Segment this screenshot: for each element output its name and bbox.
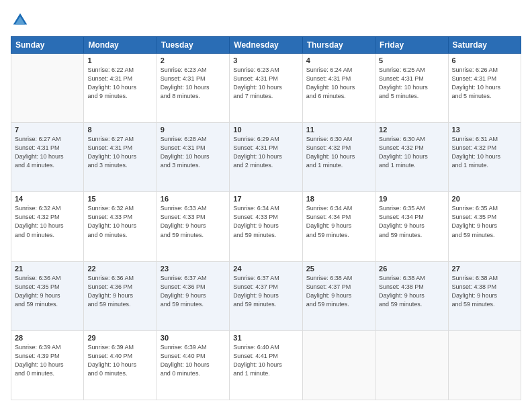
logo: [11, 11, 32, 30]
day-number: 26: [379, 265, 444, 273]
week-row-2: 14Sunrise: 6:32 AMSunset: 4:32 PMDayligh…: [11, 192, 521, 261]
day-info: Sunrise: 6:40 AMSunset: 4:41 PMDaylight:…: [233, 343, 298, 378]
day-info: Sunrise: 6:25 AMSunset: 4:31 PMDaylight:…: [379, 66, 444, 101]
day-info: Sunrise: 6:36 AMSunset: 4:35 PMDaylight:…: [15, 274, 80, 309]
week-row-1: 7Sunrise: 6:27 AMSunset: 4:31 PMDaylight…: [11, 123, 521, 192]
calendar-cell: 18Sunrise: 6:34 AMSunset: 4:34 PMDayligh…: [302, 192, 375, 261]
day-info: Sunrise: 6:32 AMSunset: 4:33 PMDaylight:…: [87, 204, 152, 239]
day-info: Sunrise: 6:28 AMSunset: 4:31 PMDaylight:…: [161, 135, 226, 170]
calendar-cell: 30Sunrise: 6:39 AMSunset: 4:40 PMDayligh…: [157, 330, 229, 400]
calendar-cell: 12Sunrise: 6:30 AMSunset: 4:32 PMDayligh…: [375, 123, 448, 192]
day-info: Sunrise: 6:35 AMSunset: 4:35 PMDaylight:…: [452, 204, 517, 239]
day-number: 11: [306, 126, 371, 134]
week-row-3: 21Sunrise: 6:36 AMSunset: 4:35 PMDayligh…: [11, 261, 521, 330]
day-info: Sunrise: 6:38 AMSunset: 4:38 PMDaylight:…: [452, 274, 517, 309]
day-number: 16: [161, 195, 226, 203]
calendar-cell: 2Sunrise: 6:23 AMSunset: 4:31 PMDaylight…: [157, 54, 229, 123]
calendar-cell: 9Sunrise: 6:28 AMSunset: 4:31 PMDaylight…: [157, 123, 229, 192]
weekday-tuesday: Tuesday: [157, 37, 229, 54]
day-number: 10: [233, 126, 298, 134]
week-row-4: 28Sunrise: 6:39 AMSunset: 4:39 PMDayligh…: [11, 330, 521, 400]
day-info: Sunrise: 6:37 AMSunset: 4:37 PMDaylight:…: [233, 274, 298, 309]
day-number: 21: [15, 265, 80, 273]
calendar-cell: 19Sunrise: 6:35 AMSunset: 4:34 PMDayligh…: [375, 192, 448, 261]
day-number: 23: [161, 265, 226, 273]
calendar-cell: 10Sunrise: 6:29 AMSunset: 4:31 PMDayligh…: [230, 123, 302, 192]
calendar-cell: [375, 330, 448, 400]
calendar-cell: 24Sunrise: 6:37 AMSunset: 4:37 PMDayligh…: [230, 261, 302, 330]
day-info: Sunrise: 6:35 AMSunset: 4:34 PMDaylight:…: [379, 204, 444, 239]
calendar-cell: 27Sunrise: 6:38 AMSunset: 4:38 PMDayligh…: [448, 261, 521, 330]
calendar-cell: 28Sunrise: 6:39 AMSunset: 4:39 PMDayligh…: [11, 330, 84, 400]
calendar-cell: 6Sunrise: 6:26 AMSunset: 4:31 PMDaylight…: [448, 54, 521, 123]
day-info: Sunrise: 6:39 AMSunset: 4:39 PMDaylight:…: [15, 343, 80, 378]
calendar-cell: 7Sunrise: 6:27 AMSunset: 4:31 PMDaylight…: [11, 123, 84, 192]
weekday-friday: Friday: [375, 37, 448, 54]
day-info: Sunrise: 6:37 AMSunset: 4:36 PMDaylight:…: [161, 274, 226, 309]
calendar-cell: 1Sunrise: 6:22 AMSunset: 4:31 PMDaylight…: [84, 54, 157, 123]
day-number: 12: [379, 126, 444, 134]
calendar-cell: 31Sunrise: 6:40 AMSunset: 4:41 PMDayligh…: [230, 330, 302, 400]
day-info: Sunrise: 6:29 AMSunset: 4:31 PMDaylight:…: [233, 135, 298, 170]
day-number: 2: [161, 56, 226, 64]
calendar: SundayMondayTuesdayWednesdayThursdayFrid…: [11, 36, 521, 400]
day-info: Sunrise: 6:34 AMSunset: 4:33 PMDaylight:…: [233, 204, 298, 239]
day-number: 25: [306, 265, 371, 273]
calendar-cell: 3Sunrise: 6:23 AMSunset: 4:31 PMDaylight…: [230, 54, 302, 123]
day-number: 5: [379, 56, 444, 64]
day-number: 14: [15, 195, 80, 203]
day-info: Sunrise: 6:24 AMSunset: 4:31 PMDaylight:…: [306, 66, 371, 101]
calendar-cell: 5Sunrise: 6:25 AMSunset: 4:31 PMDaylight…: [375, 54, 448, 123]
day-number: 6: [452, 56, 517, 64]
day-info: Sunrise: 6:38 AMSunset: 4:38 PMDaylight:…: [379, 274, 444, 309]
week-row-0: 1Sunrise: 6:22 AMSunset: 4:31 PMDaylight…: [11, 54, 521, 123]
weekday-sunday: Sunday: [11, 37, 84, 54]
day-info: Sunrise: 6:30 AMSunset: 4:32 PMDaylight:…: [379, 135, 444, 170]
day-number: 13: [452, 126, 517, 134]
day-number: 15: [87, 195, 152, 203]
day-info: Sunrise: 6:27 AMSunset: 4:31 PMDaylight:…: [15, 135, 80, 170]
calendar-cell: 29Sunrise: 6:39 AMSunset: 4:40 PMDayligh…: [84, 330, 157, 400]
calendar-cell: 23Sunrise: 6:37 AMSunset: 4:36 PMDayligh…: [157, 261, 229, 330]
day-number: 3: [233, 56, 298, 64]
day-number: 31: [233, 334, 298, 342]
day-number: 30: [161, 334, 226, 342]
day-info: Sunrise: 6:26 AMSunset: 4:31 PMDaylight:…: [452, 66, 517, 101]
calendar-cell: 26Sunrise: 6:38 AMSunset: 4:38 PMDayligh…: [375, 261, 448, 330]
day-info: Sunrise: 6:36 AMSunset: 4:36 PMDaylight:…: [87, 274, 152, 309]
logo-icon: [11, 11, 30, 30]
day-info: Sunrise: 6:39 AMSunset: 4:40 PMDaylight:…: [161, 343, 226, 378]
day-info: Sunrise: 6:31 AMSunset: 4:32 PMDaylight:…: [452, 135, 517, 170]
day-info: Sunrise: 6:32 AMSunset: 4:32 PMDaylight:…: [15, 204, 80, 239]
calendar-cell: 15Sunrise: 6:32 AMSunset: 4:33 PMDayligh…: [84, 192, 157, 261]
day-number: 7: [15, 126, 80, 134]
day-info: Sunrise: 6:34 AMSunset: 4:34 PMDaylight:…: [306, 204, 371, 239]
day-number: 19: [379, 195, 444, 203]
day-number: 9: [161, 126, 226, 134]
day-number: 18: [306, 195, 371, 203]
day-number: 22: [87, 265, 152, 273]
calendar-cell: [448, 330, 521, 400]
calendar-cell: [11, 54, 84, 123]
calendar-cell: 16Sunrise: 6:33 AMSunset: 4:33 PMDayligh…: [157, 192, 229, 261]
day-info: Sunrise: 6:38 AMSunset: 4:37 PMDaylight:…: [306, 274, 371, 309]
day-number: 1: [87, 56, 152, 64]
calendar-cell: 11Sunrise: 6:30 AMSunset: 4:32 PMDayligh…: [302, 123, 375, 192]
day-info: Sunrise: 6:27 AMSunset: 4:31 PMDaylight:…: [87, 135, 152, 170]
weekday-header-row: SundayMondayTuesdayWednesdayThursdayFrid…: [11, 37, 521, 54]
calendar-cell: 14Sunrise: 6:32 AMSunset: 4:32 PMDayligh…: [11, 192, 84, 261]
day-info: Sunrise: 6:23 AMSunset: 4:31 PMDaylight:…: [161, 66, 226, 101]
day-info: Sunrise: 6:22 AMSunset: 4:31 PMDaylight:…: [87, 66, 152, 101]
day-info: Sunrise: 6:30 AMSunset: 4:32 PMDaylight:…: [306, 135, 371, 170]
weekday-monday: Monday: [84, 37, 157, 54]
calendar-cell: 20Sunrise: 6:35 AMSunset: 4:35 PMDayligh…: [448, 192, 521, 261]
calendar-cell: [302, 330, 375, 400]
weekday-saturday: Saturday: [448, 37, 521, 54]
page: SundayMondayTuesdayWednesdayThursdayFrid…: [0, 0, 532, 411]
day-number: 17: [233, 195, 298, 203]
day-number: 20: [452, 195, 517, 203]
day-number: 24: [233, 265, 298, 273]
calendar-cell: 8Sunrise: 6:27 AMSunset: 4:31 PMDaylight…: [84, 123, 157, 192]
weekday-wednesday: Wednesday: [230, 37, 302, 54]
day-number: 27: [452, 265, 517, 273]
